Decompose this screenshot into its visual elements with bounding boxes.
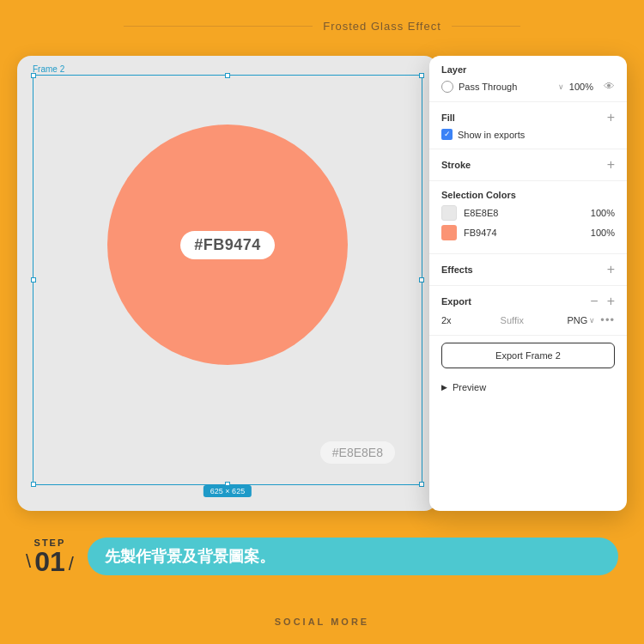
stroke-add-button[interactable]: + [607,158,615,172]
step-desc-text: 先製作背景及背景圖案。 [105,548,275,565]
blend-mode-arrow: ∨ [558,82,564,91]
layer-visibility-icon[interactable] [441,81,453,93]
selection-colors-title: Selection Colors [441,190,615,200]
show-in-exports-checkbox[interactable]: ✓ [441,129,453,140]
show-in-exports-label: Show in exports [458,130,525,140]
effects-section: Effects + [429,254,627,286]
show-in-exports-row: ✓ Show in exports [441,129,615,140]
format-arrow-icon: ∨ [589,316,595,325]
opacity-value[interactable]: 100% [569,82,593,92]
color-row-1: E8E8E8 100% [441,205,615,221]
eye-icon[interactable]: 👁 [604,80,615,93]
fill-add-button[interactable]: + [607,111,615,125]
export-scale[interactable]: 2x [441,315,457,325]
handle-lm[interactable] [31,277,36,283]
frame-label: Frame 2 [33,64,64,74]
export-suffix[interactable]: Suffix [462,315,562,325]
color-swatch-2[interactable] [441,225,457,240]
color-hex-1: E8E8E8 [464,208,584,218]
fill-header-row: Fill + [441,111,615,125]
main-workspace: Frame 2 #FB9474 #E8E8E8 625 × 625 Layer [17,56,627,511]
export-frame-button[interactable]: Export Frame 2 [441,343,615,368]
step-row: STEP \ 01 / 先製作背景及背景圖案。 [26,538,618,575]
effects-title: Effects [441,264,473,275]
export-title: Export [441,296,471,307]
properties-panel: Layer Pass Through ∨ 100% 👁 Fill + ✓ Sho… [429,56,627,511]
stroke-title: Stroke [441,160,471,170]
handle-tm[interactable] [225,73,230,78]
step-badge: STEP \ 01 / [26,538,74,575]
color-hex-2: FB9474 [464,228,584,238]
handle-tr[interactable] [419,73,424,78]
selection-colors-section: Selection Colors E8E8E8 100% FB9474 100% [429,181,627,254]
color-swatch-1[interactable] [441,205,457,221]
effects-header-row: Effects + [441,263,615,276]
export-format[interactable]: PNG ∨ [568,315,596,325]
fill-title: Fill [441,112,455,123]
bottom-area: STEP \ 01 / 先製作背景及背景圖案。 SOCIAL MORE [0,524,644,644]
export-section: Export − + 2x Suffix PNG ∨ ••• [429,286,627,336]
fill-section: Fill + ✓ Show in exports [429,102,627,149]
stroke-section: Stroke + [429,149,627,181]
layer-row: Pass Through ∨ 100% 👁 [441,80,615,93]
handle-rm[interactable] [419,277,424,283]
blend-mode-label[interactable]: Pass Through [459,82,551,92]
circle-hex-label: #FB9474 [180,231,275,259]
export-header-row: Export − + [441,295,615,308]
circle-element: #FB9474 [107,125,348,365]
export-add-button[interactable]: + [607,295,615,308]
color-row-2: FB9474 100% [441,225,615,240]
top-line-left [124,26,313,27]
bg-hex-label: #E8E8E8 [320,441,395,464]
step-num-row: \ 01 / [26,548,74,575]
step-number: 01 [34,548,65,575]
export-remove-button[interactable]: − [590,295,598,308]
effects-add-button[interactable]: + [607,263,615,276]
layer-section: Layer Pass Through ∨ 100% 👁 [429,56,627,102]
canvas-area: Frame 2 #FB9474 #E8E8E8 625 × 625 [17,56,438,511]
checkmark-icon: ✓ [444,131,451,138]
step-description: 先製作背景及背景圖案。 [88,538,618,575]
export-more-button[interactable]: ••• [600,313,615,326]
top-line-right [452,26,520,27]
handle-bl[interactable] [31,482,36,487]
export-config-row: 2x Suffix PNG ∨ ••• [441,313,615,326]
preview-label: Preview [453,382,486,392]
handle-tl[interactable] [31,73,36,78]
top-title: Frosted Glass Effect [313,20,452,33]
preview-expand-icon[interactable]: ▶ [441,383,447,392]
stroke-header-row: Stroke + [441,158,615,172]
handle-br[interactable] [419,482,424,487]
layer-title: Layer [441,64,615,75]
step-slash-left: \ [26,552,31,571]
dimension-label: 625 × 625 [204,485,252,497]
preview-row: ▶ Preview [429,375,627,399]
color-opacity-1: 100% [591,208,615,218]
step-slash-right: / [69,555,74,574]
color-opacity-2: 100% [591,228,615,238]
top-bar: Frosted Glass Effect [0,0,644,52]
social-more-label: SOCIAL MORE [275,617,369,627]
